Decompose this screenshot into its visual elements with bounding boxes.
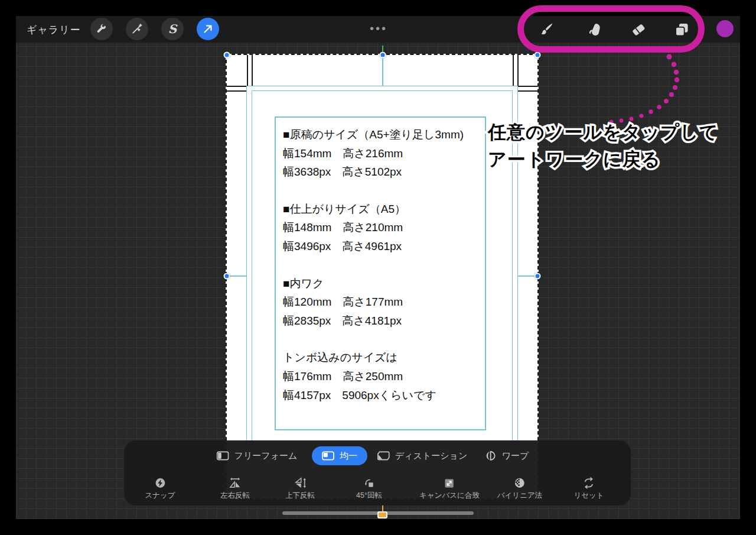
reset-icon [573,476,604,489]
tab-label: ワープ [502,450,529,462]
gallery-button[interactable]: ギャラリー [27,23,81,37]
transform-handle-top-left[interactable] [224,52,230,59]
fit-canvas-button[interactable]: キャンバスに合致 [419,476,480,501]
adjustments-button[interactable] [126,18,148,40]
selection-icon: S [168,23,177,35]
button-label: スナップ [145,491,175,501]
flip-horizontal-button[interactable]: 左右反転 [220,476,250,501]
bilinear-icon [497,476,542,489]
button-label: キャンバスに合致 [419,491,480,501]
snap-button[interactable]: スナップ [145,476,175,501]
distortion-mode-icon [377,451,390,461]
tab-freeform[interactable]: フリーフォーム [217,446,298,465]
selection-button[interactable]: S [161,18,184,40]
transform-panel: フリーフォーム 均一 ディストーション ワープ スナップ [124,440,631,505]
button-label: リセット [573,491,604,501]
bilinear-button[interactable]: バイリニア法 [497,476,542,501]
tab-distortion[interactable]: ディストーション [377,446,467,465]
annotation-dotted-arrow [597,52,685,126]
flip-vertical-icon [285,476,315,489]
button-label: 45°回転 [356,491,382,501]
reset-button[interactable]: リセット [573,476,604,501]
button-label: バイリニア法 [497,491,542,501]
transform-handle-top-right[interactable] [535,52,541,59]
screenshot-frame: ギャラリー S [0,0,756,535]
annotation-highlight-ring [517,5,705,53]
tab-label: 均一 [340,450,357,462]
button-label: 上下反転 [285,491,315,501]
transform-icon [202,23,214,35]
tab-label: フリーフォーム [234,450,298,462]
fit-canvas-icon [419,476,480,489]
snap-icon [145,476,175,489]
canvas-menu-button[interactable]: ••• [361,20,396,37]
uniform-mode-icon [322,451,334,461]
color-swatch[interactable] [716,20,734,37]
tab-label: ディストーション [395,450,467,462]
rotate-45-button[interactable]: 45°回転 [356,476,382,501]
button-label: 左右反転 [220,491,250,501]
transform-button[interactable] [197,18,219,40]
tab-warp[interactable]: ワープ [485,446,529,465]
rotate-45-icon [356,476,382,489]
flip-horizontal-icon [220,476,250,489]
tab-uniform[interactable]: 均一 [312,446,367,465]
transform-handle-bottom-center[interactable] [377,511,387,518]
transform-handle-mid-left[interactable] [224,273,230,280]
annotation-text-line1: 任意のツールをタップして [488,120,719,145]
actions-button[interactable] [90,18,113,40]
transform-handle-top-center[interactable] [380,52,386,59]
adjustments-icon [131,23,143,35]
annotation-text-line2: アートワークに戻る [488,147,660,172]
freeform-mode-icon [217,451,229,461]
wrench-icon [96,23,107,35]
transform-handle-mid-right[interactable] [535,273,541,280]
flip-vertical-button[interactable]: 上下反転 [285,476,315,501]
warp-mode-icon [485,451,497,461]
